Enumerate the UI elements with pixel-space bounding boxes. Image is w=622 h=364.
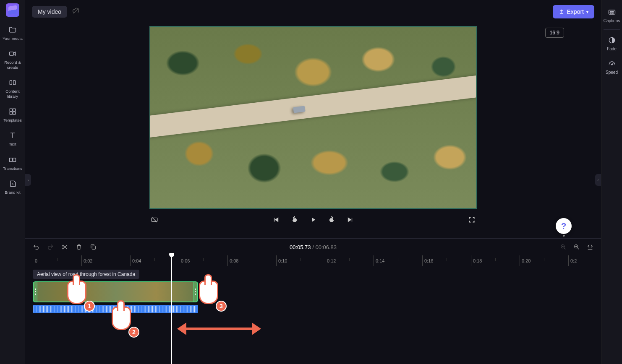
ruler-mark: 0:14 bbox=[374, 255, 384, 266]
ruler-minor-mark bbox=[57, 258, 57, 261]
ruler-minor-mark bbox=[154, 258, 155, 261]
svg-point-20 bbox=[611, 64, 612, 65]
cloud-sync-icon[interactable] bbox=[72, 7, 80, 16]
sidebar-item-library[interactable]: Content library bbox=[1, 75, 24, 102]
video-clip[interactable] bbox=[33, 281, 198, 302]
timeline-toolbar: 00:05.73 / 00:06.83 bbox=[25, 239, 601, 255]
help-button[interactable]: ? bbox=[556, 218, 572, 234]
skip-back-button[interactable] bbox=[271, 215, 281, 225]
ruler-mark: 0:06 bbox=[179, 255, 190, 266]
transitions-icon bbox=[8, 155, 17, 164]
annotation-badge: 1 bbox=[84, 301, 95, 312]
templates-icon bbox=[8, 107, 17, 116]
svg-point-13 bbox=[63, 248, 64, 249]
ruler-mark: 0:20 bbox=[520, 255, 531, 266]
export-button[interactable]: Export ▾ bbox=[553, 5, 594, 18]
annotation-hand-1: 1 bbox=[67, 281, 92, 310]
fade-icon bbox=[608, 36, 616, 45]
skip-forward-button[interactable] bbox=[345, 215, 355, 225]
player-controls: 5 5 bbox=[149, 209, 477, 231]
captions-icon: CC bbox=[608, 8, 616, 17]
sidebar-item-brand[interactable]: Brand kit bbox=[1, 176, 24, 198]
hide-safe-zone-button[interactable] bbox=[149, 215, 159, 225]
ruler-minor-mark bbox=[398, 258, 398, 261]
redo-button[interactable] bbox=[46, 243, 55, 251]
svg-rect-5 bbox=[10, 112, 12, 114]
ruler-mark: 0:12 bbox=[325, 255, 336, 266]
svg-text:CC: CC bbox=[610, 11, 614, 14]
timecode: 00:05.73 / 00:06.83 bbox=[290, 244, 337, 250]
sidebar-item-text[interactable]: Text bbox=[1, 127, 24, 150]
copy-button[interactable] bbox=[89, 243, 97, 251]
arrow-line bbox=[185, 328, 254, 330]
total-time: / 00:06.83 bbox=[312, 244, 337, 250]
sidebar-label: Transitions bbox=[3, 166, 22, 171]
sidebar-label: Fade bbox=[607, 47, 617, 52]
sidebar-item-transitions[interactable]: Transitions bbox=[1, 152, 24, 174]
sidebar-item-speed[interactable]: Speed bbox=[600, 56, 622, 78]
ruler-mark: 0 bbox=[33, 255, 37, 266]
svg-rect-1 bbox=[10, 81, 12, 85]
split-button[interactable] bbox=[60, 243, 69, 251]
svg-rect-3 bbox=[10, 109, 12, 111]
ruler-minor-mark bbox=[252, 258, 252, 261]
speed-icon bbox=[608, 59, 616, 68]
left-sidebar: Your media Record & create Content libra… bbox=[0, 0, 25, 364]
annotation-badge: 2 bbox=[128, 327, 139, 338]
ruler-mark: 0:02 bbox=[81, 255, 92, 266]
current-time: 00:05.73 bbox=[290, 244, 311, 250]
ruler-mark: 0:04 bbox=[130, 255, 141, 266]
main-area: My video Export ▾ 16:9 5 bbox=[25, 0, 601, 364]
preview-area: 5 5 bbox=[25, 23, 601, 238]
project-title[interactable]: My video bbox=[32, 6, 67, 18]
collapse-bottom-icon[interactable]: ▾ bbox=[556, 233, 572, 238]
ruler-mark: 0:2 bbox=[568, 255, 577, 266]
zoom-out-button[interactable] bbox=[559, 243, 567, 251]
svg-rect-7 bbox=[10, 158, 13, 161]
play-button[interactable] bbox=[308, 215, 318, 225]
svg-text:5: 5 bbox=[331, 219, 332, 221]
ruler-mark: 0:18 bbox=[471, 255, 482, 266]
divider bbox=[604, 29, 620, 30]
sidebar-item-media[interactable]: Your media bbox=[1, 22, 24, 44]
svg-rect-8 bbox=[13, 158, 16, 161]
timeline-tracks[interactable]: Aerial view of road through forest in Ca… bbox=[25, 266, 601, 364]
ruler-minor-mark bbox=[447, 258, 447, 261]
sidebar-label: Record & create bbox=[2, 60, 24, 70]
sidebar-item-fade[interactable]: Fade bbox=[600, 32, 622, 55]
sidebar-item-captions[interactable]: CC Captions bbox=[600, 4, 622, 27]
clip-handle-left[interactable] bbox=[35, 289, 36, 295]
rewind-5-button[interactable]: 5 bbox=[290, 215, 300, 225]
timeline-ruler[interactable]: 00:020:040:060:080:100:120:140:160:180:2… bbox=[25, 255, 601, 266]
expand-right-panel-button[interactable]: ‹ bbox=[595, 174, 601, 186]
clip-tooltip: Aerial view of road through forest in Ca… bbox=[33, 270, 139, 279]
svg-rect-2 bbox=[13, 81, 16, 85]
arrow-right-icon bbox=[252, 322, 261, 335]
sidebar-label: Templates bbox=[3, 118, 21, 122]
annotation-hand-2: 2 bbox=[112, 307, 137, 336]
svg-rect-4 bbox=[13, 109, 16, 111]
forward-5-button[interactable]: 5 bbox=[327, 215, 337, 225]
fullscreen-button[interactable] bbox=[467, 215, 477, 225]
preview-canvas[interactable] bbox=[149, 26, 477, 209]
top-bar: My video Export ▾ bbox=[25, 0, 601, 23]
zoom-in-button[interactable] bbox=[572, 243, 581, 251]
sidebar-item-templates[interactable]: Templates bbox=[1, 104, 24, 126]
sidebar-label: Brand kit bbox=[5, 190, 21, 195]
ruler-mark: 0:16 bbox=[422, 255, 433, 266]
sidebar-item-record[interactable]: Record & create bbox=[1, 46, 24, 73]
playhead[interactable] bbox=[171, 255, 172, 364]
chevron-down-icon: ▾ bbox=[586, 10, 588, 14]
timeline-panel: 00:05.73 / 00:06.83 00:020:040:060:080:1… bbox=[25, 238, 601, 364]
annotation-badge: 3 bbox=[216, 301, 227, 312]
delete-button[interactable] bbox=[75, 243, 83, 251]
fit-timeline-button[interactable] bbox=[586, 243, 594, 251]
svg-point-12 bbox=[63, 245, 64, 246]
ruler-minor-mark bbox=[544, 258, 544, 261]
ruler-minor-mark bbox=[301, 258, 301, 261]
aspect-ratio-button[interactable]: 16:9 bbox=[545, 28, 564, 38]
text-icon bbox=[8, 131, 17, 140]
brand-icon bbox=[8, 179, 17, 188]
clip-handle-right[interactable] bbox=[195, 289, 196, 295]
undo-button[interactable] bbox=[32, 243, 40, 251]
